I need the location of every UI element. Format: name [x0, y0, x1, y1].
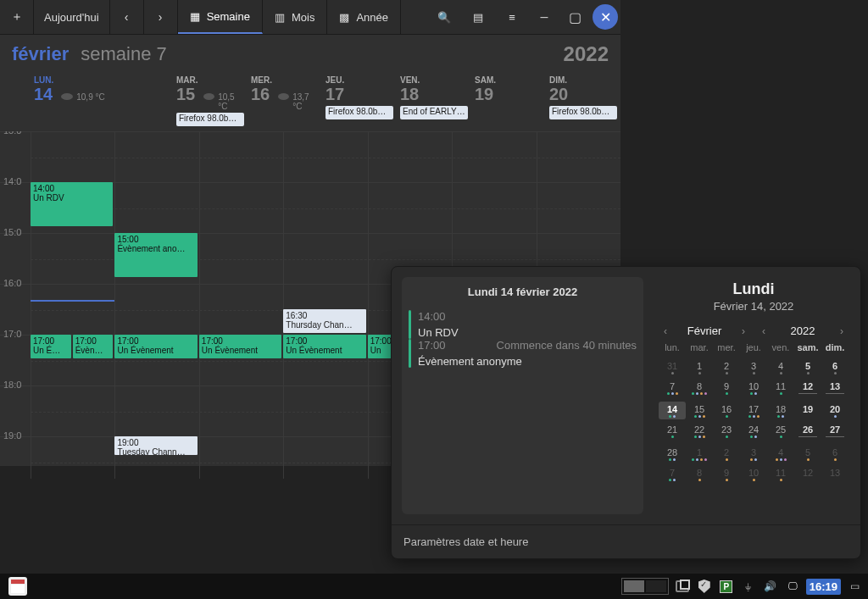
- mini-day-cell[interactable]: 3: [740, 445, 767, 463]
- mini-day-cell[interactable]: 10: [740, 465, 767, 483]
- mini-day-cell[interactable]: 4: [767, 358, 794, 376]
- mini-day-cell[interactable]: 21: [659, 422, 686, 442]
- close-button[interactable]: ✕: [593, 4, 618, 30]
- day-header[interactable]: SAM. 19: [471, 74, 546, 131]
- calendar-event[interactable]: 17:00Évèn…: [73, 335, 114, 358]
- next-button[interactable]: ›: [144, 0, 178, 34]
- mini-weekday-head: mer.: [713, 342, 740, 356]
- agenda-item[interactable]: 14:00 Un RDV: [409, 310, 637, 339]
- mini-day-cell[interactable]: 13: [821, 465, 849, 483]
- mini-day-cell[interactable]: 26: [794, 422, 821, 442]
- mini-day-cell[interactable]: 2: [713, 445, 740, 463]
- mini-day-cell[interactable]: 24: [740, 422, 767, 442]
- day-header[interactable]: VEN. 18 End of EARLY…: [397, 74, 471, 131]
- mini-day-cell[interactable]: 22: [686, 422, 713, 442]
- shield-icon[interactable]: [696, 578, 713, 595]
- view-month-tab[interactable]: ▥Mois: [263, 0, 327, 34]
- day-header[interactable]: DIM. 20 Firefox 98.0b…: [546, 74, 620, 131]
- day-header[interactable]: LUN. 14 10,9 °C: [31, 74, 173, 131]
- day-number: 16: [251, 85, 270, 104]
- mini-day-cell[interactable]: 8: [686, 379, 713, 399]
- mini-day-cell[interactable]: 31: [659, 358, 686, 376]
- day-header[interactable]: JEU. 17 Firefox 98.0b…: [322, 74, 397, 131]
- mini-day-cell[interactable]: 8: [686, 465, 713, 483]
- calendar-picker-button[interactable]: ▤: [461, 0, 495, 34]
- show-desktop-icon[interactable]: ▭: [846, 578, 863, 595]
- datetime-settings-link[interactable]: Paramètres date et heure: [392, 524, 860, 558]
- mini-day-cell[interactable]: 13: [821, 379, 849, 399]
- calendar-event[interactable]: 17:00Un É…: [31, 335, 71, 358]
- mini-prev-year[interactable]: ‹: [757, 325, 771, 337]
- event-dots: [659, 479, 686, 482]
- day-header[interactable]: MER. 16 13,7 °C: [248, 74, 322, 131]
- mini-day-cell[interactable]: 16: [713, 402, 740, 419]
- search-button[interactable]: 🔍: [427, 0, 461, 34]
- menu-button[interactable]: ≡: [495, 0, 529, 34]
- mini-day-cell[interactable]: 27: [821, 422, 849, 442]
- view-week-tab[interactable]: ▦Semaine: [178, 0, 263, 34]
- mini-day-cell[interactable]: 7: [659, 465, 686, 483]
- mini-prev-month[interactable]: ‹: [659, 325, 672, 337]
- minimize-button[interactable]: –: [531, 4, 557, 30]
- mini-day-cell[interactable]: 15: [686, 402, 713, 419]
- mini-day-cell[interactable]: 10: [740, 379, 767, 399]
- mini-day-cell[interactable]: 25: [767, 422, 794, 442]
- event-dots: [686, 392, 713, 396]
- mini-day-cell[interactable]: 3: [740, 358, 767, 376]
- month-icon: ▥: [275, 11, 285, 24]
- calendar-event[interactable]: 15:00Évènement ano…: [114, 233, 197, 277]
- allday-event[interactable]: Firefox 98.0b…: [326, 106, 393, 119]
- event-time: 17:00: [202, 336, 279, 346]
- mini-day-cell[interactable]: 5: [794, 358, 821, 376]
- calendar-event[interactable]: 16:30Thursday Chan…: [283, 309, 365, 333]
- mini-day-cell[interactable]: 28: [659, 445, 686, 463]
- network-icon[interactable]: ⏚: [740, 578, 757, 595]
- today-button[interactable]: Aujourd'hui: [34, 0, 110, 34]
- mini-day-cell[interactable]: 12: [794, 465, 821, 483]
- allday-event[interactable]: Firefox 98.0b…: [549, 106, 617, 119]
- mini-day-cell[interactable]: 6: [821, 445, 849, 463]
- window-switcher-icon[interactable]: [674, 578, 691, 595]
- allday-event[interactable]: End of EARLY…: [400, 106, 468, 119]
- mini-day-cell[interactable]: 9: [713, 465, 740, 483]
- event-title: Évèn…: [75, 346, 111, 355]
- display-icon[interactable]: 🖵: [784, 578, 801, 595]
- event-dots: [686, 372, 713, 375]
- mini-day-cell[interactable]: 6: [821, 358, 849, 376]
- volume-icon[interactable]: 🔊: [762, 578, 779, 595]
- mini-day-cell[interactable]: 9: [713, 379, 740, 399]
- mini-day-cell[interactable]: 1: [686, 445, 713, 463]
- mini-day-cell[interactable]: 7: [659, 379, 686, 399]
- parking-badge-icon[interactable]: P: [718, 578, 735, 595]
- mini-day-cell[interactable]: 17: [740, 402, 767, 419]
- mini-day-cell[interactable]: 20: [821, 402, 849, 419]
- mini-next-year[interactable]: ›: [835, 325, 849, 337]
- agenda-item[interactable]: 17:00 Commence dans 40 minutes Évènement…: [409, 339, 637, 368]
- maximize-button[interactable]: ▢: [562, 4, 587, 30]
- new-event-button[interactable]: ＋: [0, 0, 34, 34]
- calendar-event[interactable]: 17:00Un Évènement: [283, 335, 365, 358]
- day-header[interactable]: MAR. 15 10,5 °C Firefox 98.0b…: [173, 74, 248, 131]
- mini-day-cell[interactable]: 19: [794, 402, 821, 419]
- prev-button[interactable]: ‹: [110, 0, 144, 34]
- mini-day-cell[interactable]: 5: [794, 445, 821, 463]
- mini-day-cell[interactable]: 11: [767, 465, 794, 483]
- mini-next-month[interactable]: ›: [737, 325, 750, 337]
- mini-day-cell[interactable]: 1: [686, 358, 713, 376]
- taskbar-clock[interactable]: 16:19: [806, 579, 841, 595]
- taskbar-app-calendar[interactable]: [5, 577, 31, 596]
- allday-event[interactable]: Firefox 98.0b…: [176, 113, 244, 126]
- mini-day-cell[interactable]: 4: [767, 445, 794, 463]
- calendar-event[interactable]: 14:00Un RDV: [31, 182, 113, 226]
- calendar-event[interactable]: 17:00Un Évènement: [114, 335, 197, 358]
- calendar-event[interactable]: 19:00Tuesday Chann…: [114, 436, 197, 455]
- view-year-tab[interactable]: ▩Année: [327, 0, 401, 34]
- mini-day-cell[interactable]: 18: [767, 402, 794, 419]
- calendar-event[interactable]: 17:00Un Évènement: [199, 335, 281, 358]
- mini-day-cell[interactable]: 11: [767, 379, 794, 399]
- mini-day-cell[interactable]: 14: [659, 402, 686, 419]
- mini-day-cell[interactable]: 2: [713, 358, 740, 376]
- workspace-indicator[interactable]: [621, 578, 669, 595]
- mini-day-cell[interactable]: 12: [794, 379, 821, 399]
- mini-day-cell[interactable]: 23: [713, 422, 740, 442]
